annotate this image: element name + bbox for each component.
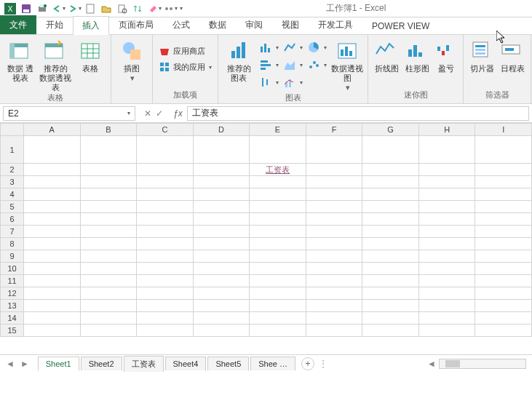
add-sheet-button[interactable]: +	[301, 357, 314, 370]
sheet-tab[interactable]: 工资表	[124, 356, 164, 372]
svg-rect-4	[39, 7, 46, 12]
timeline-button[interactable]: 日程表	[499, 36, 526, 73]
svg-point-40	[316, 64, 319, 67]
row-header[interactable]: 4	[1, 188, 24, 201]
sheet-tab[interactable]: Sheet2	[81, 357, 122, 370]
svg-rect-60	[505, 48, 514, 51]
slicer-button[interactable]: 切片器	[468, 36, 496, 73]
scatter-chart-button[interactable]: ▾	[306, 57, 328, 73]
row-header[interactable]: 5	[1, 201, 24, 213]
tab-view[interactable]: 视图	[272, 15, 309, 34]
row-header[interactable]: 13	[1, 300, 24, 312]
row-header[interactable]: 6	[1, 213, 24, 226]
pivotchart-button[interactable]: 数据透视图▾	[331, 36, 363, 92]
quickprint-icon[interactable]	[35, 1, 49, 16]
pie-chart-button[interactable]: ▾	[306, 39, 328, 55]
row-header[interactable]: 1	[1, 136, 24, 164]
row-header[interactable]: 11	[1, 275, 24, 287]
tab-data[interactable]: 数据	[199, 15, 236, 34]
illustrations-button[interactable]: 插图▾	[116, 36, 148, 83]
tab-layout[interactable]: 页面布局	[109, 15, 163, 34]
sheet-nav-prev[interactable]: ◄	[6, 359, 15, 369]
new-icon[interactable]	[83, 1, 98, 16]
tab-file[interactable]: 文件	[0, 15, 36, 34]
horizontal-scrollbar[interactable]	[439, 359, 526, 369]
tab-formula[interactable]: 公式	[163, 15, 199, 34]
name-box[interactable]: E2▾	[3, 106, 135, 121]
sheet-tab[interactable]: Sheet5	[207, 357, 249, 370]
col-header[interactable]: H	[418, 124, 475, 136]
combo-chart-button[interactable]: ▾	[282, 74, 304, 90]
redo-icon[interactable]: ▾	[67, 1, 82, 16]
svg-rect-35	[261, 60, 268, 63]
group-addins: 应用商店 我的应用▾ 加载项	[153, 35, 218, 103]
svg-rect-27	[165, 68, 169, 71]
svg-rect-33	[268, 48, 270, 52]
recommended-pivot-button[interactable]: 推荐的 数据透视表	[39, 36, 71, 92]
tab-review[interactable]: 审阅	[236, 15, 272, 34]
formula-input[interactable]: 工资表	[187, 106, 529, 121]
row-header[interactable]: 12	[1, 287, 24, 300]
tab-insert[interactable]: 插入	[73, 16, 109, 35]
scroll-left[interactable]: ◄	[424, 359, 439, 369]
sort-icon[interactable]	[131, 1, 146, 16]
myapps-button[interactable]: 我的应用▾	[157, 60, 213, 74]
row-header[interactable]: 10	[1, 263, 24, 275]
tab-powerview[interactable]: POWER VIEW	[362, 17, 439, 34]
save-icon[interactable]	[19, 1, 33, 16]
row-header[interactable]: 14	[1, 312, 24, 325]
store-button[interactable]: 应用商店	[157, 44, 213, 58]
undo-icon[interactable]: ▾	[51, 1, 65, 16]
svg-rect-56	[475, 45, 485, 47]
recommended-charts-button[interactable]: 推荐的 图表	[223, 36, 255, 83]
preview-icon[interactable]	[115, 1, 130, 16]
sheet-tab[interactable]: Sheet4	[165, 357, 207, 370]
col-header[interactable]: F	[306, 124, 362, 136]
worksheet-grid[interactable]: A B C D E F G H I 1 2工资表 3 4 5 6 7 8 9 1…	[0, 123, 532, 354]
tab-home[interactable]: 开始	[36, 15, 73, 34]
line-chart-button[interactable]: ▾	[282, 39, 304, 55]
col-header[interactable]: I	[475, 124, 532, 136]
cell-E2[interactable]: 工资表	[250, 164, 306, 176]
svg-rect-7	[87, 4, 94, 13]
row-header[interactable]: 3	[1, 176, 24, 188]
sparkline-column-button[interactable]: 柱形图	[403, 36, 431, 73]
sparkline-winloss-button[interactable]: 盈亏	[434, 36, 458, 73]
svg-rect-58	[475, 52, 485, 55]
group-tables-label: 表格	[4, 92, 106, 105]
pivottable-button[interactable]: 数据 透视表	[4, 36, 36, 83]
table-button[interactable]: 表格	[74, 36, 106, 73]
fx-icon[interactable]: ƒx	[169, 108, 187, 119]
row-header[interactable]: 15	[1, 325, 24, 337]
enter-formula-button[interactable]: ✓	[156, 108, 163, 119]
tab-dev[interactable]: 开发工具	[309, 15, 362, 34]
col-header[interactable]: A	[24, 124, 81, 136]
col-header[interactable]: G	[362, 124, 419, 136]
select-all[interactable]	[1, 124, 24, 136]
bar-chart-button[interactable]: ▾	[258, 57, 280, 73]
svg-rect-32	[264, 44, 266, 52]
erase-icon[interactable]: ▾	[147, 1, 162, 16]
area-chart-button[interactable]: ▾	[282, 57, 304, 73]
column-chart-button[interactable]: ▾	[258, 39, 280, 55]
sparkline-line-button[interactable]: 折线图	[373, 36, 400, 73]
row-header[interactable]: 9	[1, 250, 24, 263]
row-header[interactable]: 2	[1, 164, 24, 176]
col-header[interactable]: E	[250, 124, 306, 136]
ribbon-tabs: 文件 开始 插入 页面布局 公式 数据 审阅 视图 开发工具 POWER VIE…	[0, 17, 532, 35]
col-header[interactable]: B	[80, 124, 137, 136]
row-header[interactable]: 8	[1, 238, 24, 250]
col-header[interactable]: D	[193, 124, 250, 136]
open-icon[interactable]	[99, 1, 114, 16]
stock-chart-button[interactable]: ▾	[258, 74, 280, 90]
sheet-tab[interactable]: Sheet1	[38, 357, 79, 371]
cancel-formula-button[interactable]: ✕	[144, 108, 151, 119]
svg-rect-49	[408, 49, 412, 57]
row-header[interactable]: 7	[1, 226, 24, 238]
svg-rect-31	[261, 47, 263, 52]
sheet-tab[interactable]: Shee …	[250, 357, 295, 370]
group-sparklines: 折线图 柱形图 盈亏 迷你图	[368, 35, 464, 103]
touch-icon[interactable]: ▾	[163, 1, 178, 16]
col-header[interactable]: C	[137, 124, 194, 136]
sheet-nav-next[interactable]: ►	[20, 359, 29, 369]
